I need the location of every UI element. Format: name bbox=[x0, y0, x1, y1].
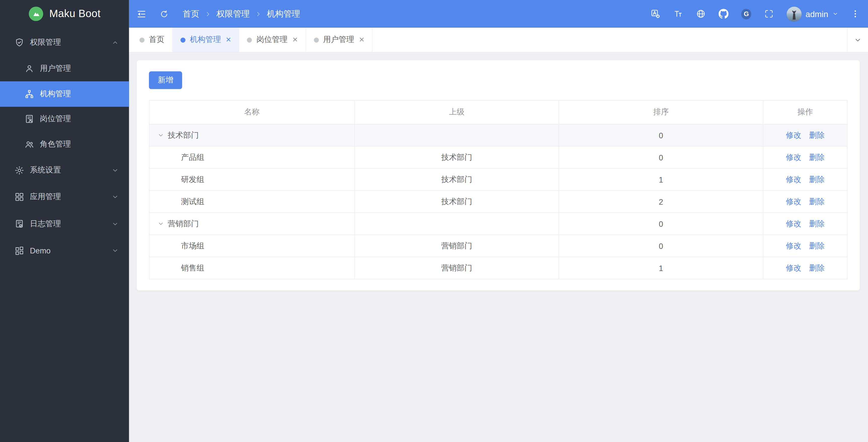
gear-icon bbox=[14, 165, 24, 175]
globe-icon[interactable] bbox=[696, 9, 706, 19]
sort-cell: 0 bbox=[559, 235, 763, 257]
table-row: 销售组营销部门1修改删除 bbox=[149, 257, 847, 279]
breadcrumb-item[interactable]: 首页 bbox=[183, 8, 199, 19]
tree-node: 测试组 bbox=[157, 197, 354, 207]
chevron-right-icon bbox=[255, 10, 262, 18]
org-name: 销售组 bbox=[181, 263, 204, 273]
chevron-down-icon bbox=[854, 36, 862, 44]
sort-cell: 0 bbox=[559, 124, 763, 146]
gitee-icon[interactable]: G bbox=[741, 9, 751, 19]
delete-link[interactable]: 删除 bbox=[809, 197, 825, 205]
chevron-down-icon[interactable] bbox=[157, 220, 164, 228]
sidebar-item-0-3[interactable]: 角色管理 bbox=[0, 132, 129, 157]
top-bar: 首页权限管理机构管理 G admin bbox=[129, 0, 868, 28]
tab-2[interactable]: 岗位管理× bbox=[239, 28, 306, 52]
chevron-down-icon bbox=[111, 247, 119, 255]
add-button[interactable]: 新增 bbox=[149, 71, 182, 89]
tab-options-button[interactable] bbox=[847, 28, 868, 52]
sidebar-item-0-2[interactable]: 岗位管理 bbox=[0, 107, 129, 132]
breadcrumb: 首页权限管理机构管理 bbox=[183, 8, 300, 19]
main-content: 新增 名称上级排序操作 技术部门0修改删除产品组技术部门0修改删除研发组技术部门… bbox=[129, 52, 868, 442]
parent-cell: 技术部门 bbox=[354, 168, 559, 191]
tree-node: 营销部门 bbox=[157, 219, 354, 229]
edit-link[interactable]: 修改 bbox=[786, 241, 801, 250]
chevron-down-icon[interactable] bbox=[157, 132, 164, 139]
delete-link[interactable]: 删除 bbox=[809, 130, 825, 139]
actions-cell: 修改删除 bbox=[763, 257, 847, 279]
mountain-logo-icon bbox=[29, 6, 43, 21]
edit-link[interactable]: 修改 bbox=[786, 219, 801, 228]
org-name: 营销部门 bbox=[168, 219, 199, 229]
delete-link[interactable]: 删除 bbox=[809, 219, 825, 228]
table-col-header: 上级 bbox=[354, 100, 559, 124]
sidebar-item-0-1[interactable]: 机构管理 bbox=[0, 81, 129, 106]
sidebar-group-3[interactable]: 日志管理 bbox=[0, 210, 129, 237]
tab-close-icon[interactable]: × bbox=[292, 35, 298, 44]
sidebar-group-label: 日志管理 bbox=[30, 219, 61, 229]
kebab-menu-icon[interactable] bbox=[850, 9, 861, 19]
user-menu[interactable]: admin bbox=[787, 6, 839, 21]
translate-icon[interactable] bbox=[651, 9, 661, 19]
table-row: 技术部门0修改删除 bbox=[149, 124, 847, 146]
sidebar-group-2[interactable]: 应用管理 bbox=[0, 183, 129, 210]
actions-cell: 修改删除 bbox=[763, 146, 847, 168]
chevron-down-icon bbox=[111, 193, 119, 201]
tab-0[interactable]: 首页 bbox=[132, 28, 173, 52]
log-icon bbox=[14, 219, 24, 229]
delete-link[interactable]: 删除 bbox=[809, 263, 825, 272]
org-name: 测试组 bbox=[181, 197, 204, 207]
sidebar-item-0-0[interactable]: 用户管理 bbox=[0, 56, 129, 81]
breadcrumb-item[interactable]: 机构管理 bbox=[267, 8, 300, 19]
sidebar-group-0[interactable]: 权限管理 bbox=[0, 29, 129, 56]
table-body: 技术部门0修改删除产品组技术部门0修改删除研发组技术部门1修改删除测试组技术部门… bbox=[149, 124, 847, 279]
tab-3[interactable]: 用户管理× bbox=[306, 28, 373, 52]
fold-menu-icon[interactable] bbox=[136, 8, 147, 19]
table-col-header: 排序 bbox=[559, 100, 763, 124]
edit-link[interactable]: 修改 bbox=[786, 263, 801, 272]
parent-cell: 技术部门 bbox=[354, 191, 559, 213]
sort-cell: 0 bbox=[559, 213, 763, 235]
fullscreen-icon[interactable] bbox=[764, 9, 774, 19]
name-cell: 销售组 bbox=[149, 257, 354, 279]
tabs: 首页机构管理×岗位管理×用户管理× bbox=[132, 28, 373, 52]
user-icon bbox=[24, 64, 34, 74]
actions-cell: 修改删除 bbox=[763, 191, 847, 213]
tree-node: 研发组 bbox=[157, 174, 354, 184]
breadcrumb-item[interactable]: 权限管理 bbox=[216, 8, 250, 19]
table-row: 营销部门0修改删除 bbox=[149, 213, 847, 235]
sort-cell: 2 bbox=[559, 191, 763, 213]
table-col-header: 名称 bbox=[149, 100, 354, 124]
demo-icon bbox=[14, 246, 24, 256]
tab-label: 机构管理 bbox=[190, 35, 221, 45]
delete-link[interactable]: 删除 bbox=[809, 174, 825, 183]
actions-cell: 修改删除 bbox=[763, 213, 847, 235]
edit-link[interactable]: 修改 bbox=[786, 130, 801, 139]
actions-cell: 修改删除 bbox=[763, 235, 847, 257]
sidebar-group-1[interactable]: 系统设置 bbox=[0, 157, 129, 184]
sort-cell: 1 bbox=[559, 257, 763, 279]
name-cell: 技术部门 bbox=[149, 124, 354, 146]
post-icon bbox=[24, 114, 34, 124]
parent-cell: 技术部门 bbox=[354, 146, 559, 168]
tab-dot-icon bbox=[247, 37, 252, 42]
font-size-icon[interactable] bbox=[673, 9, 683, 19]
delete-link[interactable]: 删除 bbox=[809, 241, 825, 250]
refresh-icon[interactable] bbox=[160, 9, 169, 19]
roles-icon bbox=[24, 139, 34, 149]
sidebar-group-4[interactable]: Demo bbox=[0, 237, 129, 264]
edit-link[interactable]: 修改 bbox=[786, 174, 801, 183]
delete-link[interactable]: 删除 bbox=[809, 152, 825, 161]
org-table: 名称上级排序操作 技术部门0修改删除产品组技术部门0修改删除研发组技术部门1修改… bbox=[149, 100, 848, 279]
shield-check-icon bbox=[14, 38, 24, 48]
app-logo[interactable]: Maku Boot bbox=[0, 0, 129, 28]
edit-link[interactable]: 修改 bbox=[786, 152, 801, 161]
org-name: 研发组 bbox=[181, 174, 204, 184]
github-icon[interactable] bbox=[719, 9, 729, 19]
tab-close-icon[interactable]: × bbox=[226, 35, 231, 44]
sidebar-group-label: 应用管理 bbox=[30, 192, 61, 202]
edit-link[interactable]: 修改 bbox=[786, 197, 801, 205]
content-card: 新增 名称上级排序操作 技术部门0修改删除产品组技术部门0修改删除研发组技术部门… bbox=[137, 60, 860, 291]
tab-1[interactable]: 机构管理× bbox=[173, 28, 239, 52]
tab-close-icon[interactable]: × bbox=[359, 35, 364, 44]
name-cell: 研发组 bbox=[149, 168, 354, 191]
